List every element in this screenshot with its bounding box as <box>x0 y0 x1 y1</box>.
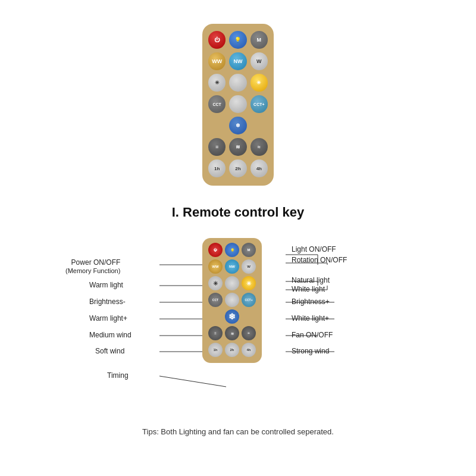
2h-btn-top[interactable]: 2h <box>229 159 246 177</box>
white-plus-label: White light+ <box>292 314 329 322</box>
mini-bright-btn[interactable]: ✳ <box>242 276 256 290</box>
mini-cct-btn[interactable]: CCT <box>208 293 223 307</box>
mini-fan-btn[interactable]: ❄ <box>225 309 239 324</box>
strong-btn-top[interactable]: ≈ <box>250 138 268 156</box>
mini-m-btn[interactable]: M <box>242 243 256 257</box>
section-title: I. Remote control key <box>0 205 476 220</box>
med-btn-top[interactable]: ≋ <box>229 138 246 156</box>
warm-light-label: Warm light <box>89 281 123 289</box>
mini-blank-btn <box>225 276 239 290</box>
light-btn-top[interactable]: 💡 <box>229 31 246 49</box>
w-btn-top[interactable]: W <box>250 52 268 70</box>
medium-wind-label: Medium wind <box>89 331 131 339</box>
row-4: CCT CCT+ <box>208 95 268 113</box>
white-light-label: White light <box>292 285 325 293</box>
blank-btn-top <box>229 74 246 92</box>
row-2: WW NW W <box>208 52 268 70</box>
power-label: Power ON/OFF(Memory Function) <box>65 258 120 275</box>
diagram-area: ⏻ 💡 M WW NW W ✳ ✳ CCT CCT+ ❄ ≡ ≋ ≈ 1h <box>30 232 446 416</box>
natural-light-label: Natural light <box>292 276 330 284</box>
mini-row-4: CCT CCT+ <box>206 293 258 307</box>
timing-label: Timing <box>107 371 129 380</box>
brightness-minus-label: Brightness- <box>89 298 126 306</box>
power-btn-top[interactable]: ⏻ <box>208 31 226 49</box>
mini-w-btn[interactable]: W <box>242 259 256 274</box>
rotation-onoff-label: Rotation ON/OFF <box>292 256 347 264</box>
fan-btn-top[interactable]: ❄ <box>229 117 247 134</box>
svg-line-6 <box>159 376 226 387</box>
row-3: ✳ ✳ <box>208 74 268 92</box>
mini-remote: ⏻ 💡 M WW NW W ✳ ✳ CCT CCT+ ❄ ≡ ≋ ≈ 1h <box>202 238 262 363</box>
mini-row-1: ⏻ 💡 M <box>206 243 258 257</box>
m-btn-top[interactable]: M <box>250 31 268 49</box>
4h-btn-top[interactable]: 4h <box>250 159 268 177</box>
mini-strong-btn[interactable]: ≈ <box>242 326 256 340</box>
row-5: ❄ <box>208 117 268 134</box>
tips-text: Tips: Both Lighting and fan can be contr… <box>0 427 476 436</box>
mini-row-6: ≡ ≋ ≈ <box>206 326 258 340</box>
mini-row-3: ✳ ✳ <box>206 276 258 290</box>
remote-top: ⏻ 💡 M WW NW W ✳ ✳ CCT CCT+ ❄ ≡ ≋ ≈ 1h <box>202 24 274 186</box>
warm-plus-label: Warm light+ <box>89 314 127 322</box>
mini-soft-btn[interactable]: ≡ <box>208 326 223 340</box>
nw-btn-top[interactable]: NW <box>229 52 246 70</box>
1h-btn-top[interactable]: 1h <box>208 159 226 177</box>
mini-2h-btn[interactable]: 2h <box>225 343 239 357</box>
brightness-plus-label: Brightness+ <box>292 298 330 306</box>
row-6: ≡ ≋ ≈ <box>208 138 268 156</box>
cctplus-btn-top[interactable]: CCT+ <box>250 95 268 113</box>
mini-row-2: WW NW W <box>206 259 258 274</box>
blank2-btn-top <box>229 95 246 113</box>
strong-wind-label: Strong wind <box>292 347 329 355</box>
mini-1h-btn[interactable]: 1h <box>208 343 223 357</box>
row-7: 1h 2h 4h <box>208 159 268 177</box>
mini-row-7: 1h 2h 4h <box>206 343 258 357</box>
mini-4h-btn[interactable]: 4h <box>242 343 256 357</box>
cct-btn-top[interactable]: CCT <box>208 95 226 113</box>
ww-btn-top[interactable]: WW <box>208 52 226 70</box>
mini-cctplus-btn[interactable]: CCT+ <box>242 293 256 307</box>
mini-ww-btn[interactable]: WW <box>208 259 223 274</box>
mini-dim-btn[interactable]: ✳ <box>208 276 223 290</box>
mini-light-btn[interactable]: 💡 <box>225 243 239 257</box>
mini-row-5: ❄ <box>206 309 258 324</box>
light-onoff-label: Light ON/OFF <box>292 245 336 253</box>
mini-blank2-btn <box>225 293 239 307</box>
soft-wind-label: Soft wind <box>95 347 124 355</box>
row-1: ⏻ 💡 M <box>208 31 268 49</box>
soft-btn-top[interactable]: ≡ <box>208 138 226 156</box>
remote-top-section: ⏻ 💡 M WW NW W ✳ ✳ CCT CCT+ ❄ ≡ ≋ ≈ 1h <box>0 0 476 186</box>
mini-power-btn[interactable]: ⏻ <box>208 243 223 257</box>
bright-btn-top[interactable]: ✳ <box>250 74 268 92</box>
mini-nw-btn[interactable]: NW <box>225 259 239 274</box>
mini-med-btn[interactable]: ≋ <box>225 326 239 340</box>
fan-onoff-label: Fan ON/OFF <box>292 331 333 339</box>
dim-btn-top[interactable]: ✳ <box>208 74 226 92</box>
